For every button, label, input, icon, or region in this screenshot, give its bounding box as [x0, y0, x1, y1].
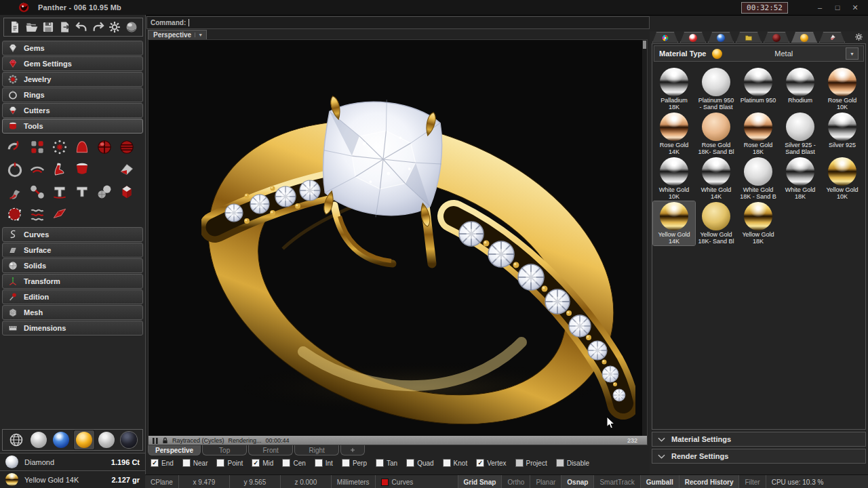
- osnap-tan[interactable]: Tan: [376, 459, 397, 467]
- viewport-title-dropdown-icon[interactable]: ▼: [195, 33, 203, 37]
- sidebar-item-transform[interactable]: Transform: [2, 274, 143, 289]
- checkbox[interactable]: [342, 459, 350, 467]
- undo-button[interactable]: [74, 20, 89, 35]
- checkbox[interactable]: [443, 459, 451, 467]
- panel-gear-button[interactable]: [854, 32, 864, 41]
- minimize-button[interactable]: –: [811, 3, 829, 12]
- checkbox[interactable]: [182, 459, 191, 467]
- viewport-scrollbar[interactable]: [642, 40, 647, 445]
- material-platinum-950-sand-blast[interactable]: Platinum 950- Sand Blast: [695, 67, 737, 111]
- sidebar-item-curves[interactable]: Curves: [2, 227, 143, 242]
- checkbox[interactable]: [376, 459, 384, 467]
- tool-sphere-cross-red-button[interactable]: [93, 136, 115, 157]
- checkbox[interactable]: [216, 459, 224, 467]
- tool-trim-circle-button[interactable]: [3, 203, 26, 224]
- material-rose-gold-14k[interactable]: Rose Gold14K: [653, 112, 695, 156]
- tool-wave-curves-button[interactable]: [26, 203, 48, 224]
- checkbox[interactable]: ✓: [151, 459, 159, 467]
- panel-tab-ball-redwhite[interactable]: [680, 32, 706, 43]
- render-sphere-button[interactable]: [124, 20, 139, 35]
- tool-array-radial-button[interactable]: [48, 136, 71, 157]
- material-palladium-18k[interactable]: Palladium18K: [653, 67, 695, 111]
- display-mode-globe-wire[interactable]: [6, 430, 26, 449]
- checkbox[interactable]: [515, 459, 524, 467]
- checkbox[interactable]: ✓: [252, 459, 260, 467]
- material-yellow-gold-10k[interactable]: Yellow Gold10K: [821, 157, 863, 201]
- tool-text-t-red-button[interactable]: [48, 181, 71, 202]
- sidebar-item-surface[interactable]: Surface: [2, 243, 143, 258]
- material-white-gold-10k[interactable]: White Gold10K: [653, 157, 695, 201]
- status-cplane[interactable]: CPlane: [145, 475, 179, 488]
- sidebar-item-tools[interactable]: Tools: [2, 119, 143, 134]
- tool-array-quad-button[interactable]: [26, 136, 48, 157]
- display-mode-ball-ghost2[interactable]: [96, 430, 117, 449]
- osnap-point[interactable]: Point: [216, 459, 243, 467]
- osnap-end[interactable]: ✓End: [151, 459, 174, 467]
- display-mode-ball-blue[interactable]: [51, 430, 71, 449]
- panel-tab-ball-blue[interactable]: [708, 32, 734, 43]
- sidebar-item-edition[interactable]: Edition: [2, 289, 143, 304]
- material-platinum-950[interactable]: Platinum 950: [737, 67, 779, 111]
- redo-button[interactable]: [91, 20, 106, 35]
- tool-ribbon-red-button[interactable]: [48, 203, 71, 224]
- current-layer[interactable]: Curves: [376, 475, 458, 488]
- status-millimeters[interactable]: Millimeters: [332, 475, 376, 488]
- sidebar-item-cutters[interactable]: Cutters: [2, 103, 143, 118]
- toggle-gumball[interactable]: Gumball: [641, 475, 679, 488]
- toggle-filter[interactable]: Filter: [739, 475, 766, 488]
- viewport-tab-front[interactable]: Front: [248, 445, 293, 455]
- settings-gear-button[interactable]: [107, 20, 122, 35]
- tool-prong-set-button[interactable]: [48, 159, 71, 180]
- new-file-button[interactable]: [7, 20, 22, 35]
- viewport-tab-perspective[interactable]: Perspective: [148, 445, 201, 455]
- display-mode-ball-dark[interactable]: [119, 430, 139, 449]
- panel-tab-folder[interactable]: [736, 32, 762, 43]
- toggle-osnap[interactable]: Osnap: [561, 475, 594, 488]
- osnap-perp[interactable]: Perp: [342, 459, 367, 467]
- osnap-mid[interactable]: ✓Mid: [252, 459, 273, 467]
- material-rose-gold-18k-sand-bl[interactable]: Rose Gold18K- Sand Bl: [695, 112, 737, 156]
- sidebar-item-gems[interactable]: Gems: [2, 41, 143, 56]
- tool-wedge-button[interactable]: [115, 159, 138, 180]
- sidebar-item-mesh[interactable]: Mesh: [2, 305, 143, 320]
- osnap-int[interactable]: Int: [315, 459, 333, 467]
- material-rose-gold-18k[interactable]: Rose Gold18K: [737, 112, 779, 156]
- tool-text-t-button[interactable]: [71, 181, 93, 202]
- sidebar-item-solids[interactable]: Solids: [2, 258, 143, 273]
- scene-object-row[interactable]: Yellow Gold 14K2.127 gr: [0, 470, 145, 488]
- maximize-button[interactable]: □: [829, 3, 846, 12]
- osnap-quad[interactable]: Quad: [406, 459, 433, 467]
- sidebar-item-jewelry[interactable]: Jewelry: [2, 72, 143, 87]
- display-mode-ball-ghost[interactable]: [28, 430, 49, 449]
- panel-tab-brush[interactable]: [819, 32, 845, 43]
- osnap-project[interactable]: Project: [515, 459, 547, 467]
- tool-bend-band-button[interactable]: [3, 181, 26, 202]
- toggle-ortho[interactable]: Ortho: [502, 475, 530, 488]
- status-y[interactable]: y 9.565: [230, 475, 281, 488]
- material-silver-925-sand-blast[interactable]: Silver 925 -Sand Blast: [779, 112, 821, 156]
- panel-tab-ball-goldq[interactable]: [791, 32, 817, 43]
- sidebar-item-dimensions[interactable]: Dimensions: [2, 321, 143, 336]
- tool-sphere-lines-red-button[interactable]: [115, 136, 138, 157]
- viewport-3d[interactable]: Raytraced (Cycles) Rendering... 00:00:44…: [148, 39, 648, 445]
- toggle-smarttrack[interactable]: SmartTrack: [594, 475, 640, 488]
- scene-object-row[interactable]: Diamond1.196 Ct: [0, 453, 145, 470]
- tool-link-spheres-button[interactable]: [26, 181, 48, 202]
- viewport-tab-add[interactable]: [340, 445, 365, 455]
- checkbox[interactable]: [315, 459, 323, 467]
- tool-ball-gray-button[interactable]: [93, 159, 115, 180]
- material-yellow-gold-18k-sand-bl[interactable]: Yellow Gold18K- Sand Bl: [695, 201, 737, 245]
- checkbox[interactable]: ✓: [476, 459, 484, 467]
- material-type-dropdown[interactable]: ▼: [846, 47, 859, 60]
- tool-bezel-set-button[interactable]: [71, 159, 93, 180]
- viewport-tab-right[interactable]: Right: [294, 445, 339, 455]
- status-x[interactable]: x 9.479: [179, 475, 230, 488]
- osnap-cen[interactable]: Cen: [282, 459, 305, 467]
- osnap-vertex[interactable]: ✓Vertex: [476, 459, 506, 467]
- tool-curve-pipe-button[interactable]: [3, 136, 26, 157]
- osnap-near[interactable]: Near: [182, 459, 208, 467]
- toggle-record-history[interactable]: Record History: [679, 475, 740, 488]
- tool-dome-head-button[interactable]: [71, 136, 93, 157]
- osnap-disable[interactable]: Disable: [556, 459, 589, 467]
- viewport-title-tab[interactable]: Perspective ▼: [148, 30, 207, 39]
